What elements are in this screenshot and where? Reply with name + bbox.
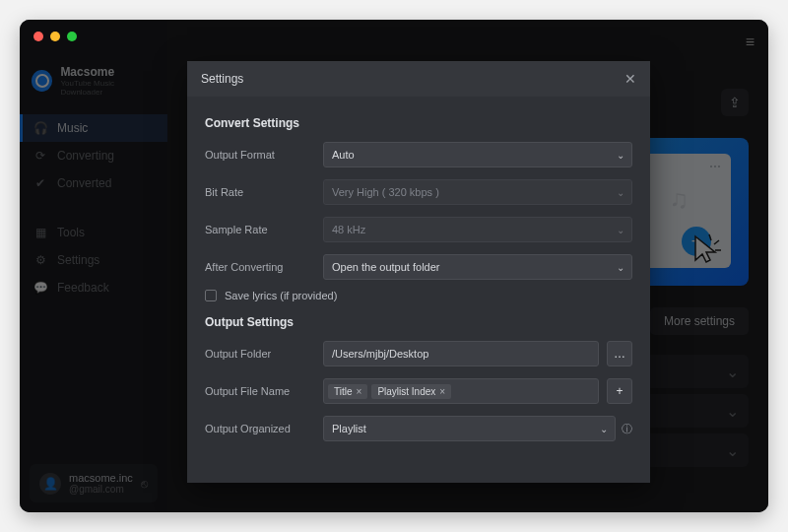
label-after-converting: After Converting: [205, 261, 323, 273]
tag-remove-icon[interactable]: ×: [357, 386, 362, 397]
ellipsis-icon: …: [614, 347, 625, 361]
traffic-lights: [33, 32, 77, 41]
label-bit-rate: Bit Rate: [205, 186, 323, 198]
modal-header: Settings ✕: [187, 61, 650, 97]
label-output-file-name: Output File Name: [205, 385, 323, 397]
section-convert-title: Convert Settings: [205, 116, 632, 130]
select-value: Playlist: [332, 423, 366, 434]
app-window: ≡ Macsome YouTube Music Downloader 🎧 Mus…: [20, 20, 768, 512]
select-output-organized[interactable]: Playlist: [323, 416, 616, 441]
label-output-organized: Output Organized: [205, 423, 323, 434]
tag-label: Title: [334, 386, 353, 397]
select-value: 48 kHz: [332, 224, 365, 235]
tag-title[interactable]: Title ×: [328, 384, 367, 399]
save-lyrics-checkbox[interactable]: Save lyrics (if provided): [205, 290, 632, 301]
browse-folder-button[interactable]: …: [607, 341, 632, 366]
select-value: Very High ( 320 kbps ): [332, 186, 439, 198]
close-icon[interactable]: ✕: [624, 71, 636, 87]
input-value: /Users/mjbj/Desktop: [332, 348, 428, 360]
settings-modal: Settings ✕ Convert Settings Output Forma…: [187, 61, 650, 483]
input-output-file-name[interactable]: Title × Playlist Index ×: [323, 378, 599, 404]
label-output-folder: Output Folder: [205, 348, 323, 360]
modal-title: Settings: [201, 72, 243, 86]
section-output-title: Output Settings: [205, 315, 632, 329]
window-zoom-dot[interactable]: [67, 32, 77, 41]
save-lyrics-label: Save lyrics (if provided): [225, 290, 337, 301]
input-output-folder[interactable]: /Users/mjbj/Desktop: [323, 341, 599, 366]
select-value: Auto: [332, 149, 355, 161]
label-output-format: Output Format: [205, 149, 323, 161]
tag-playlist-index[interactable]: Playlist Index ×: [371, 384, 451, 399]
hamburger-icon[interactable]: ≡: [746, 33, 755, 51]
window-minimize-dot[interactable]: [50, 32, 60, 41]
add-tag-button[interactable]: +: [607, 378, 632, 404]
label-sample-rate: Sample Rate: [205, 224, 323, 235]
modal-body: Convert Settings Output Format Auto ⌄ Bi…: [187, 97, 650, 483]
plus-icon: +: [616, 384, 623, 398]
checkbox-icon: [205, 290, 217, 301]
select-output-format[interactable]: Auto: [323, 142, 632, 167]
window-close-dot[interactable]: [33, 32, 43, 41]
select-sample-rate: 48 kHz: [323, 217, 632, 242]
select-value: Open the output folder: [332, 261, 439, 273]
select-after-converting[interactable]: Open the output folder: [323, 254, 632, 280]
tag-remove-icon[interactable]: ×: [439, 386, 445, 397]
tag-label: Playlist Index: [377, 386, 435, 397]
select-bit-rate: Very High ( 320 kbps ): [323, 179, 632, 205]
info-icon[interactable]: ⓘ: [622, 422, 632, 436]
